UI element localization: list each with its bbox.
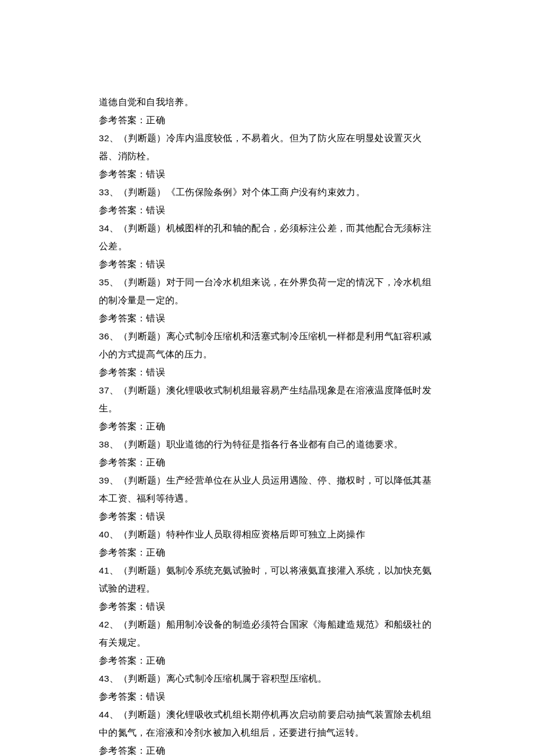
text-line: 参考答案：错误 <box>99 597 436 615</box>
document-content: 道德自觉和自我培养。参考答案：正确32、（判断题）冷库内温度较低，不易着火。但为… <box>99 93 436 756</box>
text-line: 43、（判断题）离心式制冷压缩机属于容积型压缩机。 <box>99 669 436 687</box>
text-line: 39、（判断题）生产经营单位在从业人员运用遇险、停、撤权时，可以降低其基本工资、… <box>99 471 436 507</box>
text-line: 参考答案：正确 <box>99 111 436 129</box>
text-line: 44、（判断题）澳化锂吸收式机组长期停机再次启动前要启动抽气装置除去机组中的氮气… <box>99 705 436 741</box>
text-line: 38、（判断题）职业道德的行为特征是指各行各业都有自己的道德要求。 <box>99 435 436 453</box>
text-line: 参考答案：错误 <box>99 507 436 525</box>
text-line: 参考答案：错误 <box>99 201 436 219</box>
document-page: 道德自觉和自我培养。参考答案：正确32、（判断题）冷库内温度较低，不易着火。但为… <box>0 0 535 756</box>
text-line: 参考答案：正确 <box>99 741 436 756</box>
text-line: 42、（判断题）船用制冷设备的制造必须符合国家《海船建造规范》和船级社的有关规定… <box>99 615 436 651</box>
text-line: 参考答案：错误 <box>99 363 436 381</box>
text-line: 36、（判断题）离心式制冷压缩机和活塞式制冷压缩机一样都是利用气缸容积减小的方式… <box>99 327 436 363</box>
text-line: 参考答案：正确 <box>99 417 436 435</box>
text-line: 参考答案：正确 <box>99 543 436 561</box>
text-line: 34、（判断题）机械图样的孔和轴的配合，必须标注公差，而其他配合无须标注公差。 <box>99 219 436 255</box>
text-line: 32、（判断题）冷库内温度较低，不易着火。但为了防火应在明显处设置灭火器、消防栓… <box>99 129 436 165</box>
text-line: 参考答案：正确 <box>99 651 436 669</box>
text-line: 41、（判断题）氨制冷系统充氨试验时，可以将液氨直接灌入系统，以加快充氨试验的进… <box>99 561 436 597</box>
text-line: 35、（判断题）对于同一台冷水机组来说，在外界负荷一定的情况下，冷水机组的制冷量… <box>99 273 436 309</box>
text-line: 参考答案：错误 <box>99 255 436 273</box>
text-line: 33、（判断题）《工伤保险条例》对个体工商户没有约束效力。 <box>99 183 436 201</box>
text-line: 参考答案：正确 <box>99 453 436 471</box>
text-line: 参考答案：错误 <box>99 687 436 705</box>
text-line: 参考答案：错误 <box>99 165 436 183</box>
text-line: 40、（判断题）特种作业人员取得相应资格后即可独立上岗操作 <box>99 525 436 543</box>
text-line: 参考答案：错误 <box>99 309 436 327</box>
text-line: 37、（判断题）澳化锂吸收式制机组最容易产生结晶现象是在溶液温度降低时发生。 <box>99 381 436 417</box>
text-line: 道德自觉和自我培养。 <box>99 93 436 111</box>
